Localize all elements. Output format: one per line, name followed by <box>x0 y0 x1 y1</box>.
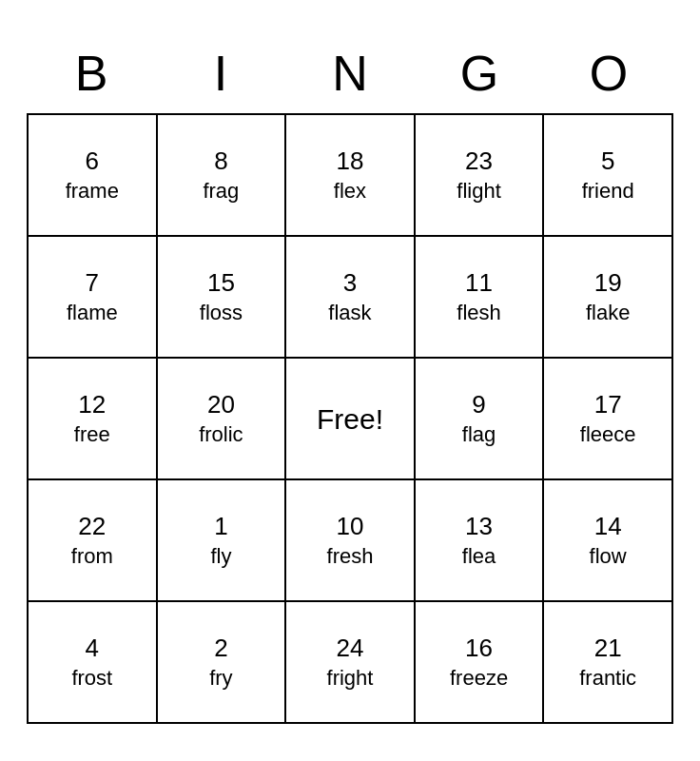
cell-word: frantic <box>579 665 636 693</box>
cell-number: 21 <box>594 633 622 665</box>
cell-number: 19 <box>594 267 622 300</box>
header-letter: N <box>285 37 415 113</box>
bingo-cell: 10fresh <box>286 480 416 602</box>
cell-number: 14 <box>594 511 622 543</box>
header-letter: I <box>156 37 285 113</box>
cell-number: 24 <box>337 633 364 665</box>
bingo-cell: 11flesh <box>416 237 545 359</box>
bingo-cell: 8frag <box>158 115 287 237</box>
bingo-cell: 2fry <box>158 602 287 724</box>
cell-number: 3 <box>343 267 357 300</box>
bingo-row: 4frost2fry24fright16freeze21frantic <box>29 602 673 724</box>
cell-number: 13 <box>465 511 493 543</box>
cell-number: 16 <box>465 633 493 665</box>
cell-word: fleece <box>580 421 636 449</box>
header-letter: B <box>27 37 156 113</box>
bingo-cell: 3flask <box>286 237 416 359</box>
cell-word: fright <box>327 665 374 693</box>
bingo-cell: 15floss <box>158 237 287 359</box>
cell-word: from <box>71 543 113 571</box>
cell-number: 7 <box>86 267 99 300</box>
cell-number: 1 <box>214 511 227 543</box>
cell-word: frolic <box>199 421 243 449</box>
bingo-cell: 9flag <box>416 359 545 480</box>
bingo-cell: 21frantic <box>544 602 673 724</box>
bingo-cell: 22from <box>29 480 158 602</box>
bingo-cell: 20frolic <box>158 359 287 480</box>
cell-number: 12 <box>78 389 106 421</box>
cell-word: flex <box>334 178 366 205</box>
bingo-cell: 12free <box>29 359 158 480</box>
bingo-row: 22from1fly10fresh13flea14flow <box>29 480 673 602</box>
cell-number: 23 <box>465 146 493 178</box>
header-letter: O <box>544 37 673 113</box>
cell-word: fry <box>209 665 232 693</box>
cell-number: 17 <box>594 389 622 421</box>
cell-word: flesh <box>457 300 500 327</box>
bingo-grid: 6frame8frag18flex23flight5friend7flame15… <box>27 113 673 724</box>
cell-word: frame <box>66 178 119 205</box>
cell-word: friend <box>582 178 634 205</box>
cell-word: frost <box>71 665 112 693</box>
cell-word: flame <box>67 300 118 327</box>
bingo-cell: 18flex <box>286 115 416 237</box>
cell-number: 2 <box>214 633 227 665</box>
cell-number: 5 <box>601 146 614 178</box>
cell-word: flask <box>328 300 371 327</box>
cell-word: flight <box>457 178 500 205</box>
bingo-cell: 1fly <box>158 480 287 602</box>
bingo-header: BINGO <box>27 37 673 113</box>
cell-number: 6 <box>86 146 99 178</box>
bingo-cell: 14flow <box>544 480 673 602</box>
cell-number: 9 <box>472 389 485 421</box>
bingo-row: 6frame8frag18flex23flight5friend <box>29 115 673 237</box>
bingo-row: 7flame15floss3flask11flesh19flake <box>29 237 673 359</box>
bingo-cell: 17fleece <box>544 359 673 480</box>
cell-word: freeze <box>450 665 508 693</box>
cell-number: 11 <box>465 267 493 300</box>
cell-number: 15 <box>207 267 235 300</box>
bingo-cell: 23flight <box>416 115 545 237</box>
cell-word: fresh <box>327 543 374 571</box>
cell-word: free <box>74 421 110 449</box>
bingo-cell: 4frost <box>29 602 158 724</box>
bingo-cell: Free! <box>286 359 416 480</box>
cell-number: 10 <box>337 511 364 543</box>
bingo-cell: 13flea <box>416 480 545 602</box>
cell-number: 8 <box>214 146 227 178</box>
bingo-cell: 16freeze <box>416 602 545 724</box>
bingo-row: 12free20frolicFree!9flag17fleece <box>29 359 673 480</box>
cell-word: flea <box>462 543 496 571</box>
cell-word: frag <box>203 178 239 205</box>
cell-number: 22 <box>78 511 106 543</box>
cell-word: floss <box>200 300 243 327</box>
cell-word: flow <box>590 543 627 571</box>
bingo-cell: 19flake <box>544 237 673 359</box>
cell-number: 4 <box>86 633 99 665</box>
cell-number: 18 <box>337 146 364 178</box>
cell-word: fly <box>210 543 231 571</box>
cell-word: flag <box>462 421 496 449</box>
cell-number: 20 <box>207 389 235 421</box>
bingo-cell: 6frame <box>29 115 158 237</box>
bingo-cell: 24fright <box>286 602 416 724</box>
cell-word: flake <box>586 300 630 327</box>
bingo-cell: 7flame <box>29 237 158 359</box>
bingo-cell: 5friend <box>544 115 673 237</box>
header-letter: G <box>415 37 544 113</box>
bingo-card: BINGO 6frame8frag18flex23flight5friend7f… <box>27 37 673 724</box>
